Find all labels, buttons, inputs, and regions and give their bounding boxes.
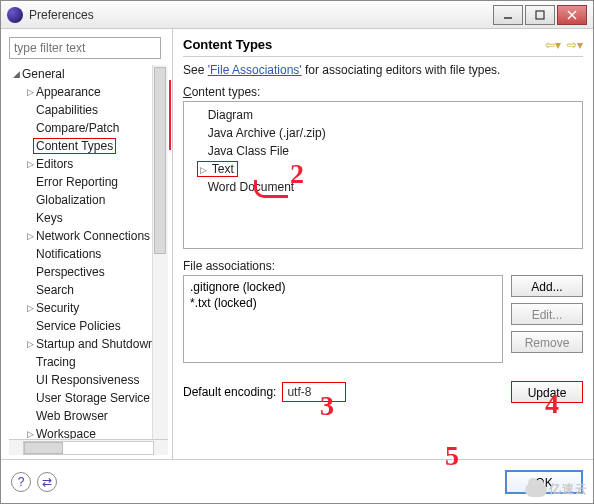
tree-item-startup-and-shutdown[interactable]: ▷Startup and Shutdown xyxy=(11,335,168,353)
tree-item-web-browser[interactable]: Web Browser xyxy=(11,407,168,425)
tree-item-keys[interactable]: Keys xyxy=(11,209,168,227)
tree-wrap: ◢General▷AppearanceCapabilitiesCompare/P… xyxy=(9,65,168,439)
tree-item-capabilities[interactable]: Capabilities xyxy=(11,101,168,119)
dialog-body: ◢General▷AppearanceCapabilitiesCompare/P… xyxy=(1,29,593,459)
tree-item-user-storage-service[interactable]: User Storage Service xyxy=(11,389,168,407)
app-icon xyxy=(7,7,23,23)
content-type-java-class-file[interactable]: Java Class File xyxy=(190,142,576,160)
file-associations-list[interactable]: .gitignore (locked)*.txt (locked) xyxy=(183,275,503,363)
content-type-word-document[interactable]: Word Document xyxy=(190,178,576,196)
page-header: Content Types ⇦▾ ⇨▾ xyxy=(183,37,583,57)
help-icon[interactable]: ? xyxy=(11,472,31,492)
default-encoding-label: Default encoding: xyxy=(183,385,276,399)
file-associations-link[interactable]: 'File Associations' xyxy=(208,63,302,77)
file-assoc-buttons: Add... Edit... Remove xyxy=(511,275,583,363)
nav-arrows: ⇦▾ ⇨▾ xyxy=(545,38,583,52)
tree-item-tracing[interactable]: Tracing xyxy=(11,353,168,371)
tree-item-compare-patch[interactable]: Compare/Patch xyxy=(11,119,168,137)
forward-icon[interactable]: ⇨▾ xyxy=(567,38,583,52)
content-types-label: Content types: xyxy=(183,85,583,99)
file-assoc-item[interactable]: .gitignore (locked) xyxy=(190,280,496,296)
tree-item-globalization[interactable]: Globalization xyxy=(11,191,168,209)
tree-item-perspectives[interactable]: Perspectives xyxy=(11,263,168,281)
default-encoding-input[interactable] xyxy=(282,382,346,402)
ok-button[interactable]: OK xyxy=(505,470,583,494)
tree-item-content-types[interactable]: Content Types xyxy=(11,137,168,155)
tree-item-workspace[interactable]: ▷Workspace xyxy=(11,425,168,439)
window-buttons xyxy=(493,5,587,25)
edit-button: Edit... xyxy=(511,303,583,325)
left-pane: ◢General▷AppearanceCapabilitiesCompare/P… xyxy=(1,29,173,459)
intro-text: See 'File Associations' for associating … xyxy=(183,63,583,77)
content-types-list[interactable]: Diagram Java Archive (.jar/.zip) Java Cl… xyxy=(183,101,583,249)
tree-item-service-policies[interactable]: Service Policies xyxy=(11,317,168,335)
tree-item-editors[interactable]: ▷Editors xyxy=(11,155,168,173)
preferences-tree[interactable]: ◢General▷AppearanceCapabilitiesCompare/P… xyxy=(9,65,168,439)
right-pane: Content Types ⇦▾ ⇨▾ See 'File Associatio… xyxy=(173,29,593,459)
tree-scrollbar-vertical[interactable] xyxy=(152,65,168,439)
tree-root[interactable]: General xyxy=(22,67,65,81)
remove-button: Remove xyxy=(511,331,583,353)
minimize-button[interactable] xyxy=(493,5,523,25)
file-associations-label: File associations: xyxy=(183,259,583,273)
svg-rect-1 xyxy=(536,11,544,19)
titlebar: Preferences xyxy=(1,1,593,29)
filter-input[interactable] xyxy=(9,37,161,59)
tree-item-notifications[interactable]: Notifications xyxy=(11,245,168,263)
content-type-java-archive-jar-zip-[interactable]: Java Archive (.jar/.zip) xyxy=(190,124,576,142)
window-title: Preferences xyxy=(29,8,493,22)
back-icon[interactable]: ⇦▾ xyxy=(545,38,561,52)
dialog-footer: ? ⇄ OK xyxy=(1,459,593,503)
file-associations-section: File associations: .gitignore (locked)*.… xyxy=(183,259,583,363)
update-button[interactable]: Update xyxy=(511,381,583,403)
tree-item-appearance[interactable]: ▷Appearance xyxy=(11,83,168,101)
tree-item-error-reporting[interactable]: Error Reporting xyxy=(11,173,168,191)
page-title: Content Types xyxy=(183,37,545,52)
tree-item-network-connections[interactable]: ▷Network Connections xyxy=(11,227,168,245)
content-type-diagram[interactable]: Diagram xyxy=(190,106,576,124)
preferences-window: Preferences ◢General▷AppearanceCapabilit… xyxy=(0,0,594,504)
tree-item-search[interactable]: Search xyxy=(11,281,168,299)
content-type-text[interactable]: ▷ Text xyxy=(190,160,576,178)
tree-item-ui-responsiveness[interactable]: UI Responsiveness xyxy=(11,371,168,389)
import-export-icon[interactable]: ⇄ xyxy=(37,472,57,492)
maximize-button[interactable] xyxy=(525,5,555,25)
close-button[interactable] xyxy=(557,5,587,25)
tree-item-security[interactable]: ▷Security xyxy=(11,299,168,317)
file-assoc-item[interactable]: *.txt (locked) xyxy=(190,296,496,312)
tree-scrollbar-horizontal[interactable] xyxy=(9,439,168,455)
add-button[interactable]: Add... xyxy=(511,275,583,297)
encoding-row: Default encoding: Update xyxy=(183,381,583,403)
